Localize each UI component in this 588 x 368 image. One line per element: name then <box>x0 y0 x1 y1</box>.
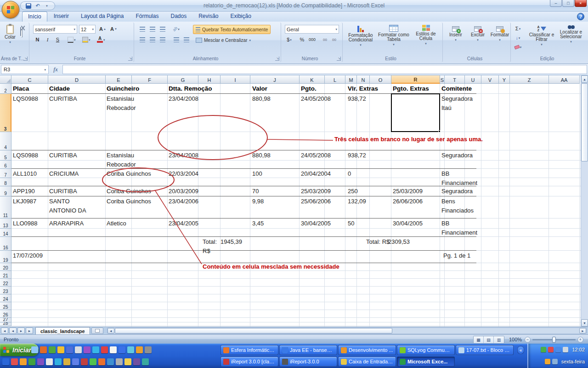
cell-extras-row2[interactable]: Vlr. Extras <box>348 84 378 93</box>
row-header-14[interactable]: 14 <box>0 229 11 237</box>
grow-font-button[interactable]: A▲ <box>98 25 107 33</box>
selected-cell[interactable] <box>391 93 440 132</box>
cell-pextras-row13[interactable]: 30/04/2005 <box>393 219 423 228</box>
select-all-corner[interactable] <box>0 75 11 84</box>
column-header-E[interactable]: E <box>106 75 132 84</box>
zoom-out-button[interactable]: − <box>525 337 531 343</box>
cell-placa-row9[interactable]: APP190 <box>13 187 35 196</box>
cell-total1_label-row16[interactable]: Total: R$ <box>203 237 217 256</box>
column-header-AA[interactable]: AA <box>549 75 580 84</box>
vertical-scrollbar[interactable]: ▲ ▼ <box>581 75 588 327</box>
cell-valor-row2[interactable]: Valor <box>252 84 267 93</box>
cell-guincheiro-row5[interactable]: Estanislau Rebocador <box>107 151 136 169</box>
cell-guincheiro-row11[interactable]: Coriba Guinchos <box>107 197 151 206</box>
cell-pg-row19[interactable]: Pg. 1 de 1 <box>443 251 470 260</box>
cell-data-row2[interactable]: Dtta. Remoção <box>169 84 212 93</box>
cell-comitente-row2[interactable]: Comitente <box>441 84 472 93</box>
row-header-13[interactable]: 13 <box>0 218 11 229</box>
help-button[interactable]: ? <box>577 13 584 20</box>
taskbar-button[interactable]: 17-07.txt - Bloco d... <box>456 345 514 355</box>
cell-extras-row13[interactable]: 50 <box>348 219 354 228</box>
dialog-launcher-icon[interactable]: ↘ <box>275 57 279 61</box>
zoom-knob[interactable] <box>552 337 556 343</box>
cell-pgto-row2[interactable]: Pgto. <box>301 84 317 93</box>
tab-exibi-o[interactable]: Exibição <box>225 12 257 22</box>
cell-comitente-row7[interactable]: BB Financiament <box>441 169 477 188</box>
dialog-launcher-icon[interactable]: ↘ <box>128 57 132 61</box>
horizontal-scrollbar[interactable]: ◄ ► <box>107 328 587 334</box>
cell-cidade-row5[interactable]: CURITIBA <box>49 151 77 160</box>
row-header-25[interactable]: 25 <box>0 302 11 310</box>
cell-guincheiro-row13[interactable]: Atletico <box>107 219 126 228</box>
format-cells-button[interactable]: Formatar ▾ <box>490 26 510 41</box>
taskbar-button[interactable]: iReport-3.0.0 <box>279 356 337 367</box>
row-header-21[interactable]: 21 <box>0 271 11 279</box>
scroll-left-button[interactable]: ◄ <box>107 328 114 334</box>
insert-cells-button[interactable]: + Inserir ▾ <box>446 26 466 41</box>
hide-icons-button[interactable]: « <box>517 346 524 354</box>
cell-extras-row3[interactable]: 938,72 <box>348 94 366 104</box>
scroll-right-button[interactable]: ► <box>579 328 586 334</box>
cell-placa-row19[interactable]: 17/07/2009 <box>13 251 43 260</box>
zoom-level[interactable]: 100% <box>509 337 522 342</box>
cell-guincheiro-row2[interactable]: Guincheiro <box>107 84 139 93</box>
align-left-button[interactable] <box>138 35 147 44</box>
cell-data-row7[interactable]: 22/03/2004 <box>169 169 198 178</box>
cell-placa-row11[interactable]: LKJ0987 <box>13 197 36 206</box>
row-header-11[interactable]: 11 <box>0 196 11 218</box>
cell-valor-row3[interactable]: 880,98 <box>252 94 271 104</box>
cell-guincheiro-row3[interactable]: Estanislau Rebocador <box>107 94 136 113</box>
dialog-launcher-icon[interactable]: ↘ <box>337 57 341 61</box>
close-button[interactable]: × <box>575 0 587 7</box>
cell-cidade-row11[interactable]: SANTO ANTONIO DA <box>49 197 86 215</box>
cell-placa-row5[interactable]: LQS0988 <box>13 151 38 160</box>
font-size-combo[interactable]: 12 ▾ <box>79 25 96 34</box>
formula-input[interactable] <box>62 65 587 74</box>
font-name-combo[interactable]: sansserif ▾ <box>33 25 77 34</box>
maximize-button[interactable]: □ <box>562 0 574 7</box>
cell-extras-row5[interactable]: 938,72 <box>348 151 366 160</box>
column-header-G[interactable]: G <box>168 75 198 84</box>
dialog-launcher-icon[interactable]: ↘ <box>23 57 28 61</box>
cell-guincheiro-row9[interactable]: Coriba Guinchos <box>107 187 151 196</box>
row-header-5[interactable]: 5 <box>0 150 11 161</box>
row-header-27[interactable]: 27 <box>0 318 11 322</box>
cell-valor-row5[interactable]: 880,98 <box>252 151 271 160</box>
tray-icon[interactable] <box>563 347 568 352</box>
fill-button[interactable]: ↓▾ <box>514 34 522 42</box>
cell-pgto-row11[interactable]: 25/06/2006 <box>301 197 331 206</box>
cell-pextras-row2[interactable]: Pgto. Extras <box>393 84 429 93</box>
bold-button[interactable]: N <box>33 35 42 44</box>
cell-cidade-row7[interactable]: CRICIUMA <box>49 169 79 178</box>
row-header-28[interactable]: 28 <box>0 322 11 326</box>
cell-pextras-row9[interactable]: 25/03/2009 <box>393 187 423 196</box>
normal-view-button[interactable]: ▦ <box>474 336 484 343</box>
percent-format-button[interactable]: % <box>298 35 306 44</box>
cell-valor-row7[interactable]: 100 <box>252 169 262 178</box>
column-header-R[interactable]: R <box>391 75 440 84</box>
column-header-S[interactable]: S <box>440 75 445 84</box>
column-header-L[interactable]: L <box>325 75 345 84</box>
row-header-3[interactable]: 3 <box>0 94 11 132</box>
taskbar-button[interactable]: Java EE - banseg/... <box>279 345 337 355</box>
cell-placa-row2[interactable]: Placa <box>13 84 29 93</box>
cell-valor-row11[interactable]: 9,98 <box>252 197 264 206</box>
tray-icon[interactable] <box>552 359 558 364</box>
row-header-2[interactable]: 2 <box>0 84 11 94</box>
cell-pextras-row11[interactable]: 26/06/2006 <box>393 197 423 206</box>
cell-comitente-row11[interactable]: Bens Financiados <box>441 197 474 215</box>
cell-styles-button[interactable]: Estilos de Célula ▾ <box>411 25 441 45</box>
taskbar-button[interactable]: SQLyog Communit... <box>397 345 455 355</box>
cell-cidade-row13[interactable]: ARARAPIRA <box>49 219 84 228</box>
column-header-Y[interactable]: Y <box>499 75 510 84</box>
next-sheet-button[interactable]: ► <box>17 328 25 334</box>
merge-center-button[interactable]: Mesclar e Centralizar ▾ <box>194 35 253 45</box>
wrap-text-button[interactable]: Quebrar Texto Automaticamente <box>193 25 271 34</box>
taskbar-button[interactable]: Esfera Informática ... <box>220 345 278 355</box>
insert-function-button[interactable]: fx <box>49 66 62 73</box>
increase-decimal-button[interactable]: 00 <box>321 35 329 44</box>
office-button[interactable] <box>2 1 19 18</box>
underline-button[interactable]: S <box>53 35 62 44</box>
row-header-16[interactable]: 16 <box>0 237 11 251</box>
cell-total2-row16[interactable]: 2309,53 <box>388 237 410 247</box>
